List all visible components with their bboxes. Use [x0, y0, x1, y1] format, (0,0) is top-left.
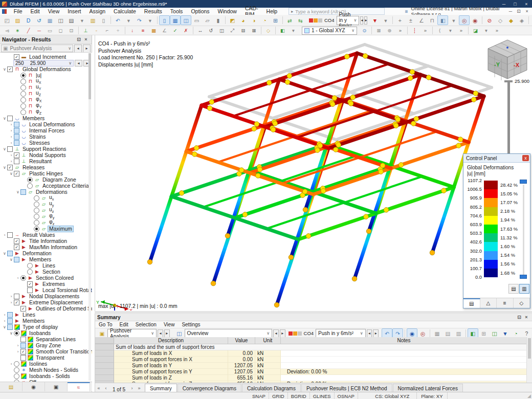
load-cases-icon[interactable]: ◕	[238, 15, 249, 25]
radio-button[interactable]	[20, 97, 26, 103]
section-line-icon[interactable]: ◉	[470, 15, 480, 25]
table-row[interactable]: Sum of loads in Y1207.05kN	[95, 363, 527, 369]
checkbox[interactable]: ✓	[14, 300, 19, 305]
checkbox[interactable]	[14, 257, 19, 262]
checkbox[interactable]: ✓	[14, 238, 19, 244]
navigator-tab-display[interactable]: ◉	[23, 382, 45, 391]
rotate-icon[interactable]: ↺	[206, 26, 216, 35]
tree-item-mesh-nodes-solids[interactable]: ∗Mesh Nodes - Solids	[0, 367, 92, 373]
tree-item-extreme-displacement[interactable]: ›✓▶Extreme Displacement	[0, 299, 92, 305]
expander-icon[interactable]: ›	[9, 294, 14, 299]
table-row[interactable]: Sum of loads in Z655.16kN	[95, 375, 527, 381]
scale-print-button[interactable]: ▤	[508, 284, 519, 294]
checkbox[interactable]: ✓	[20, 349, 26, 354]
expander-icon[interactable]: ›	[2, 313, 7, 317]
menu-options[interactable]: Options	[187, 8, 213, 15]
window-script-icon[interactable]: ▱	[202, 15, 213, 25]
radio-button[interactable]	[34, 214, 39, 219]
tree-item-resultant[interactable]: ›⊥Resultant	[0, 158, 92, 164]
expander-icon[interactable]: ›	[9, 135, 14, 139]
menu-calculate[interactable]: Calculate	[109, 8, 140, 15]
radio-button[interactable]	[20, 103, 26, 109]
filter-options-icon[interactable]: ▾	[380, 15, 391, 25]
column-header-description[interactable]: Description	[114, 337, 228, 344]
summary-tab-pushover-results-ec8-n2-method[interactable]: Pushover Results | EC8 N2 Method	[301, 384, 392, 392]
work-plane-label[interactable]: Plane: XY	[417, 392, 448, 399]
expander-icon[interactable]: ∨	[2, 67, 7, 72]
transfer-loads-icon[interactable]: ⇄	[284, 15, 295, 25]
checkbox[interactable]	[20, 343, 26, 348]
summary-menu-go-to[interactable]: Go To	[95, 322, 116, 327]
screenshot-icon[interactable]: ▦	[45, 15, 55, 25]
scale-handle-top[interactable]	[520, 180, 527, 184]
expander-icon[interactable]: ∨	[2, 325, 7, 329]
tree-item-u[interactable]: Π|u|	[0, 72, 92, 78]
tree-item-lines[interactable]: ›▶Lines	[0, 312, 92, 318]
tree-item-isobands-solids[interactable]: Isobands - Solids	[0, 373, 92, 379]
window-panel-icon[interactable]: ▮	[213, 15, 224, 25]
checkbox[interactable]	[7, 116, 13, 121]
checkbox[interactable]	[14, 140, 19, 146]
close-button[interactable]: ×	[521, 0, 532, 8]
tree-item-maximum[interactable]: ▱Maximum	[0, 226, 92, 232]
expander-icon[interactable]: ∨	[9, 257, 14, 262]
expander-icon[interactable]: ›	[9, 141, 14, 145]
analysis-type-combo[interactable]: ▣ Pushover Analysis∨	[1, 45, 73, 52]
expander-icon[interactable]: ›	[15, 349, 20, 354]
tree-item-z[interactable]: ▱φz	[0, 219, 92, 226]
tree-item-gray-zone[interactable]: ›Gray Zone	[0, 342, 92, 348]
menu-help[interactable]: Help	[262, 8, 282, 15]
tree-item-internal-forces[interactable]: ›◡Internal Forces	[0, 127, 92, 134]
expander-icon[interactable]: ›	[2, 319, 7, 323]
cube-face-x[interactable]: -X	[514, 62, 520, 68]
radio-button[interactable]	[27, 269, 33, 275]
checkbox[interactable]: ✓	[14, 171, 19, 176]
checkbox[interactable]: ✓	[27, 281, 33, 287]
radio-button[interactable]	[34, 226, 39, 232]
new-support-icon[interactable]: ⊥	[80, 26, 91, 35]
new-surface-load-icon[interactable]: ▦	[148, 26, 159, 35]
select-icon[interactable]: ◅	[2, 26, 12, 35]
radio-button[interactable]	[27, 177, 33, 183]
tree-item-local-torsional-rotations[interactable]: ▶Local Torsional Rotations	[0, 287, 92, 293]
prev-load-case-button[interactable]: ◂	[360, 16, 363, 25]
tree-item-support-reactions[interactable]: ∨⊥Support Reactions	[0, 146, 92, 152]
new-node-icon[interactable]: ∗	[12, 26, 23, 35]
radio-button[interactable]	[34, 202, 39, 207]
radio-button[interactable]	[34, 208, 39, 213]
summary-float-icon[interactable]: ⊡	[516, 315, 523, 320]
display-options-icon[interactable]: ▾	[448, 15, 459, 25]
checkbox[interactable]: ✓	[14, 245, 19, 250]
radio-button[interactable]	[27, 183, 33, 189]
expander-icon[interactable]: ›	[9, 128, 14, 133]
checkbox[interactable]	[14, 122, 19, 127]
column-header-unit[interactable]: Unit	[255, 337, 281, 344]
summary-table-scrollbar[interactable]	[526, 337, 532, 383]
menu-cad-bim[interactable]: CAD-BIM	[241, 8, 262, 15]
navigator-tab-results[interactable]: ≈	[68, 382, 90, 391]
new-opening-icon[interactable]: ⊡	[66, 26, 77, 35]
solid-display-icon[interactable]: ◧	[437, 15, 448, 25]
hinge-edit-icon[interactable]: ±	[405, 15, 416, 25]
checkbox[interactable]	[14, 159, 19, 164]
menu-tools[interactable]: Tools	[166, 8, 187, 15]
resize-grip[interactable]: ◢	[527, 393, 531, 398]
summary-load-combo[interactable]: Push in y 6m/s²∨	[316, 329, 365, 338]
render-options-icon[interactable]: ▾	[481, 26, 492, 35]
summary-view-next[interactable]: ▸	[280, 329, 285, 338]
redo-icon[interactable]: ↷	[134, 15, 145, 25]
tab-settings[interactable]: ◇	[514, 298, 530, 308]
tree-item-max-min-information[interactable]: ✓▶Max/Min Information	[0, 244, 92, 250]
radio-button[interactable]	[20, 73, 26, 78]
load-increment-combo[interactable]: 25025.900∨	[13, 60, 74, 66]
tree-item-nodal-supports[interactable]: ›✓⊥Nodal Supports	[0, 152, 92, 158]
tree-item-result-values[interactable]: ›→Result Values	[0, 232, 92, 238]
tree-item-members[interactable]: ∨◡Members	[0, 115, 92, 121]
checkbox[interactable]	[7, 312, 13, 318]
tree-item-acceptance-criteria[interactable]: ▱Acceptance Criteria	[0, 183, 92, 189]
expander-icon[interactable]: ∨	[2, 251, 7, 256]
window-model-icon[interactable]: ▯	[159, 15, 170, 25]
navigator-tab-views[interactable]: ▣	[45, 382, 68, 391]
edit-2-icon[interactable]: ✗	[181, 26, 191, 35]
tab-color-scale[interactable]: ▤	[463, 298, 480, 308]
